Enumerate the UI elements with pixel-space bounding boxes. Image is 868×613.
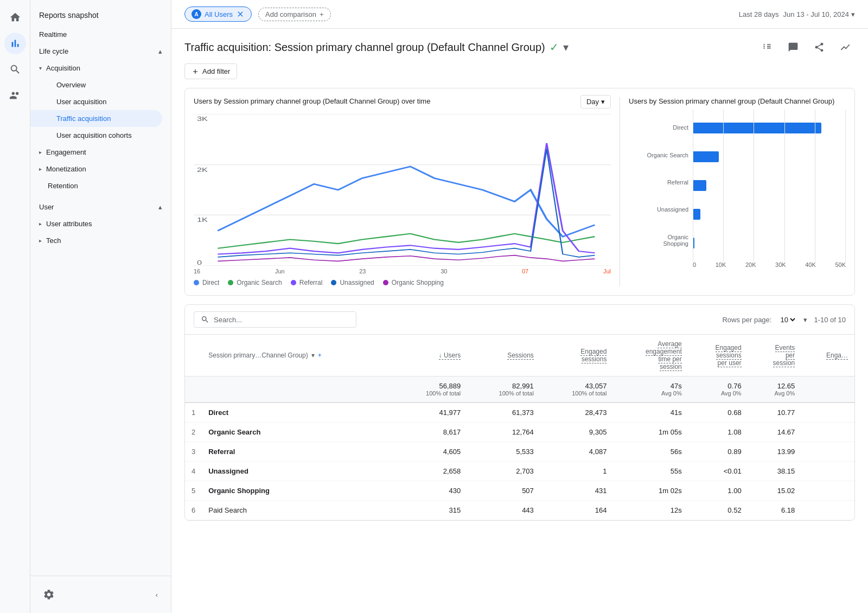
collapse-sidebar-button[interactable]: ‹ [151, 586, 162, 603]
bar-label-unassigned: Unassigned [629, 206, 688, 213]
bar-fill-unassigned [693, 209, 700, 220]
lifecycle-section-header[interactable]: Life cycle ▴ [30, 43, 171, 60]
sparkline-icon[interactable] [835, 37, 855, 57]
engagement-group-header[interactable]: ▸ Engagement [30, 144, 171, 161]
page-title-actions [757, 37, 855, 57]
bar-chart-x-axis: 0 10K 20K 30K 40K 50K [629, 261, 846, 268]
row-6-enga [801, 501, 854, 520]
summary-row: 56,889 100% of total 82,991 100% of tota… [185, 376, 854, 403]
add-filter-button[interactable]: Add filter [184, 63, 237, 79]
col-events-per-session-header[interactable]: Eventspersession [748, 335, 802, 376]
reports-snapshot-link[interactable]: Reports snapshot [39, 9, 162, 22]
comment-icon[interactable] [783, 37, 803, 57]
all-users-chip[interactable]: A All Users [184, 7, 252, 22]
data-table-section: Search... Rows per page: 10 25 50 ▾ 1-10… [184, 304, 855, 521]
add-comparison-button[interactable]: Add comparison + [258, 8, 331, 21]
summary-engaged: 43,057 100% of total [540, 376, 614, 403]
topbar: A All Users Add comparison + Last 28 day… [171, 0, 868, 29]
col-avg-engagement-header[interactable]: Averageengagementtime persession [613, 335, 688, 376]
user-attributes-group-header[interactable]: ▸ User attributes [30, 215, 171, 232]
user-section-header[interactable]: User ▴ [30, 199, 171, 215]
legend-referral-label: Referral [299, 279, 323, 286]
compare-view-icon[interactable] [757, 37, 777, 57]
col-engaged-sessions-header[interactable]: Engagedsessions [540, 335, 614, 376]
summary-events-per-session: 12.65 Avg 0% [748, 376, 802, 403]
date-range-selector[interactable]: Jun 13 - Jul 10, 2024 ▾ [783, 10, 855, 18]
day-selector[interactable]: Day ▾ [580, 95, 611, 108]
row-6-events: 6.18 [748, 501, 802, 520]
row-1-enga [801, 403, 854, 423]
legend-direct-label: Direct [202, 279, 219, 286]
bar-chart-bars [688, 110, 846, 261]
row-2-users: 8,617 [394, 423, 468, 442]
channel-col-add-icon[interactable]: + [318, 352, 322, 359]
row-2-avg-eng: 1m 05s [613, 423, 688, 442]
data-table: Session primary…Channel Group) ▾ + ↓ Use… [185, 335, 854, 520]
col-sessions-header[interactable]: Sessions [467, 335, 540, 376]
rows-per-page-select[interactable]: 10 25 50 [778, 315, 797, 324]
settings-icon[interactable] [39, 585, 59, 604]
user-collapse-icon: ▴ [158, 203, 162, 211]
legend-referral: Referral [291, 279, 323, 286]
tech-arrow-icon: ▸ [39, 238, 42, 244]
people-icon[interactable] [4, 85, 26, 106]
share-icon[interactable] [809, 37, 829, 57]
legend-unassigned-label: Unassigned [340, 279, 374, 286]
sidebar-item-traffic-acquisition[interactable]: Traffic acquisition [30, 110, 162, 127]
sidebar-realtime-link[interactable]: Realtime [30, 26, 171, 43]
summary-sessions: 82,991 100% of total [467, 376, 540, 403]
row-6-eng-per-user: 0.52 [688, 501, 748, 520]
table-row: 4 Unassigned 2,658 2,703 1 55s <0.01 38.… [185, 462, 854, 481]
bar-chart-title: Users by Session primary channel group (… [629, 97, 846, 105]
col-users-header[interactable]: ↓ Users [394, 335, 468, 376]
user-attributes-label: User attributes [46, 220, 92, 228]
content-area: Traffic acquisition: Session primary cha… [171, 29, 868, 613]
row-4-num: 4 [185, 462, 202, 481]
legend-organic-search: Organic Search [228, 279, 282, 286]
svg-text:0: 0 [197, 259, 202, 266]
col-engaged-per-user-header[interactable]: Engagedsessionsper user [688, 335, 748, 376]
user-attributes-arrow-icon: ▸ [39, 221, 42, 227]
bar-direct [693, 123, 846, 133]
search-magnify-icon[interactable] [4, 59, 26, 80]
channel-col-dropdown-icon[interactable]: ▾ [311, 352, 315, 359]
sidebar-item-cohorts[interactable]: User acquisition cohorts [30, 127, 162, 144]
verify-icon: ✓ [550, 41, 559, 54]
home-icon[interactable] [4, 7, 26, 28]
sidebar-item-retention[interactable]: Retention [30, 177, 162, 194]
svg-text:2K: 2K [197, 166, 208, 173]
row-3-sessions: 5,533 [467, 442, 540, 462]
bar-fill-organic-search [693, 151, 719, 162]
row-1-events: 10.77 [748, 403, 802, 423]
monetization-arrow-icon: ▸ [39, 166, 42, 172]
acquisition-group-header[interactable]: ▾ Acquisition [30, 60, 171, 76]
monetization-group-header[interactable]: ▸ Monetization [30, 161, 171, 177]
row-1-eng-per-user: 0.68 [688, 403, 748, 423]
day-selector-label: Day [586, 98, 599, 106]
col-channel-header[interactable]: Session primary…Channel Group) ▾ + [202, 335, 394, 376]
row-6-channel: Paid Search [202, 501, 394, 520]
bar-organic-shopping [693, 238, 846, 248]
bar-referral [693, 180, 846, 191]
row-4-enga [801, 462, 854, 481]
sidebar-item-overview[interactable]: Overview [30, 76, 162, 93]
col-num-header [185, 335, 202, 376]
line-chart-svg: 3K 2K 1K 0 [194, 114, 611, 266]
sidebar-item-user-acquisition[interactable]: User acquisition [30, 93, 162, 110]
tech-group-header[interactable]: ▸ Tech [30, 232, 171, 249]
row-6-engaged: 164 [540, 501, 614, 520]
bar-chart-labels: Direct Organic Search Referral Unassigne… [629, 110, 688, 261]
row-3-channel: Referral [202, 442, 394, 462]
all-users-avatar: A [192, 9, 201, 19]
table-search-box[interactable]: Search... [194, 311, 356, 328]
page-title: Traffic acquisition: Session primary cha… [184, 41, 569, 54]
analytics-icon[interactable] [4, 33, 26, 54]
legend-organic-search-label: Organic Search [237, 279, 282, 286]
col-enga-header[interactable]: Enga… [801, 335, 854, 376]
row-5-events: 15.02 [748, 481, 802, 501]
row-2-sessions: 12,764 [467, 423, 540, 442]
title-dropdown-icon[interactable]: ▾ [563, 41, 569, 54]
add-comparison-plus-icon: + [320, 10, 324, 18]
row-5-sessions: 507 [467, 481, 540, 501]
all-users-close-icon [236, 10, 245, 18]
